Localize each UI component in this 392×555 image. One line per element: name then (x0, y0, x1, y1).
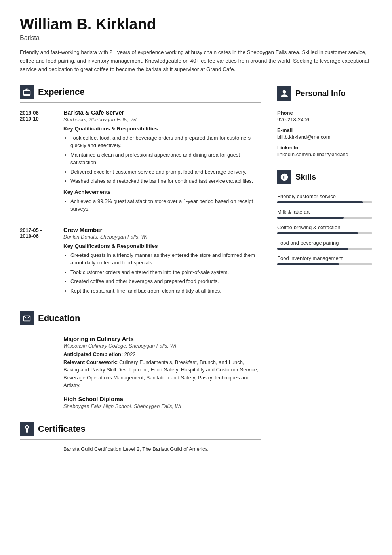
skills-list: Friendly customer serviceMilk & latte ar… (277, 193, 372, 265)
personal-info-title: Personal Info (295, 89, 346, 98)
list-item: Delivered excellent customer service and… (70, 168, 261, 176)
resume-name: William B. Kirkland (20, 16, 372, 33)
certificates-header: Certificates (20, 422, 261, 436)
exp-qualifications-label: Key Qualifications & Responsibilities (63, 243, 261, 249)
skill-bar-background (277, 232, 372, 234)
skills-section: Skills Friendly customer serviceMilk & l… (277, 170, 372, 265)
certificates-icon (20, 422, 34, 436)
skills-divider (277, 188, 372, 188)
skill-item: Food inventory management (277, 255, 372, 265)
certificates-list: Barista Guild Certification Level 2, The… (20, 446, 261, 452)
email-value: bill.b.kirkland@me.com (277, 134, 372, 140)
exp-achievements-list: Achieved a 99.3% guest satisfaction stor… (63, 197, 261, 213)
experience-entry: 2018-06 -2019-10Barista & Cafe ServerSta… (20, 109, 261, 217)
exp-qualifications-label: Key Qualifications & Responsibilities (63, 126, 261, 132)
certificate-entry: Barista Guild Certification Level 2, The… (63, 446, 261, 452)
education-section: Education Majoring in Culinary ArtsWisco… (20, 311, 261, 409)
phone-label: Phone (277, 110, 372, 116)
edu-coursework: Relevant Coursework: Culinary Fundamenta… (63, 358, 261, 389)
personal-info-section: Personal Info Phone 920-218-2406 E-mail … (277, 86, 372, 157)
list-item: Washed dishes and restocked the bar line… (70, 177, 261, 185)
skill-name: Food inventory management (277, 255, 372, 261)
exp-dates: 2018-06 -2019-10 (20, 109, 55, 217)
skills-header: Skills (277, 170, 372, 184)
skill-bar-fill (277, 263, 339, 265)
experience-entry: 2017-05 -2018-06Crew MemberDunkin Donuts… (20, 226, 261, 299)
experience-icon (20, 85, 34, 99)
exp-job-title: Barista & Cafe Server (63, 109, 261, 116)
certificates-title: Certificates (38, 424, 86, 434)
education-divider (20, 329, 261, 329)
edu-degree: Majoring in Culinary Arts (63, 335, 261, 342)
list-item: Took coffee, food, and other beverage or… (70, 134, 261, 149)
exp-content: Crew MemberDunkin Donuts, Sheboygan Fall… (63, 226, 261, 299)
list-item: Took customer orders and entered them in… (70, 268, 261, 276)
right-column: Personal Info Phone 920-218-2406 E-mail … (277, 85, 372, 465)
education-entry: Majoring in Culinary ArtsWisconsin Culin… (63, 335, 261, 389)
skill-bar-background (277, 217, 372, 219)
certificates-divider (20, 439, 261, 440)
experience-header: Experience (20, 85, 261, 99)
exp-qualifications-list: Greeted guests in a friendly manner as t… (63, 251, 261, 295)
experience-divider (20, 102, 261, 103)
resume-title: Barista (20, 34, 372, 42)
experience-title: Experience (38, 87, 84, 97)
email-label: E-mail (277, 127, 372, 133)
education-entry: High School DiplomaSheboygan Falls High … (63, 396, 261, 409)
exp-dates: 2017-05 -2018-06 (20, 226, 55, 299)
skill-item: Food and beverage pairing (277, 240, 372, 250)
skill-bar-background (277, 201, 372, 203)
edu-completion: Anticipated Completion: 2022 (63, 350, 261, 358)
list-item: Achieved a 99.3% guest satisfaction stor… (70, 197, 261, 213)
experience-list: 2018-06 -2019-10Barista & Cafe ServerSta… (20, 109, 261, 299)
skills-icon (277, 170, 291, 184)
edu-school: Sheboygan Falls High School, Sheboygan F… (63, 403, 261, 409)
personal-info-icon (277, 86, 291, 101)
education-header: Education (20, 311, 261, 325)
left-column: Experience 2018-06 -2019-10Barista & Caf… (20, 85, 261, 465)
exp-company: Dunkin Donuts, Sheboygan Falls, WI (63, 234, 261, 240)
personal-info-header: Personal Info (277, 86, 372, 101)
linkedin-label: LinkedIn (277, 145, 372, 151)
skill-bar-fill (277, 232, 358, 234)
exp-company: Starbucks, Sheboygan Falls, WI (63, 117, 261, 122)
skill-item: Coffee brewing & extraction (277, 224, 372, 234)
phone-value: 920-218-2406 (277, 117, 372, 122)
skill-item: Milk & latte art (277, 209, 372, 219)
exp-content: Barista & Cafe ServerStarbucks, Sheboyga… (63, 109, 261, 217)
list-item: Greeted guests in a friendly manner as t… (70, 251, 261, 267)
certificates-section: Certificates Barista Guild Certification… (20, 422, 261, 452)
edu-school: Wisconsin Culinary College, Sheboygan Fa… (63, 343, 261, 349)
exp-achievements-label: Key Achievements (63, 189, 261, 195)
skill-bar-fill (277, 201, 363, 203)
skill-bar-background (277, 248, 372, 250)
linkedin-value: linkedin.com/in/billbarrykirkland (277, 151, 372, 157)
edu-degree: High School Diploma (63, 396, 261, 402)
exp-qualifications-list: Took coffee, food, and other beverage or… (63, 134, 261, 185)
list-item: Maintained a clean and professional appe… (70, 151, 261, 166)
education-list: Majoring in Culinary ArtsWisconsin Culin… (20, 335, 261, 409)
resume-summary: Friendly and fast-working barista with 2… (20, 48, 372, 74)
education-icon (20, 311, 34, 325)
personal-info-divider (277, 104, 372, 104)
list-item: Created coffee and other beverages and p… (70, 278, 261, 285)
list-item: Kept the restaurant, line, and backroom … (70, 287, 261, 295)
skill-item: Friendly customer service (277, 193, 372, 203)
skill-name: Coffee brewing & extraction (277, 224, 372, 230)
exp-job-title: Crew Member (63, 226, 261, 233)
experience-section: Experience 2018-06 -2019-10Barista & Caf… (20, 85, 261, 299)
skill-name: Milk & latte art (277, 209, 372, 215)
education-title: Education (38, 313, 80, 323)
skill-bar-fill (277, 248, 348, 250)
skill-bar-fill (277, 217, 344, 219)
skills-title: Skills (295, 172, 316, 182)
skill-name: Friendly customer service (277, 193, 372, 199)
skill-bar-background (277, 263, 372, 265)
skill-name: Food and beverage pairing (277, 240, 372, 246)
